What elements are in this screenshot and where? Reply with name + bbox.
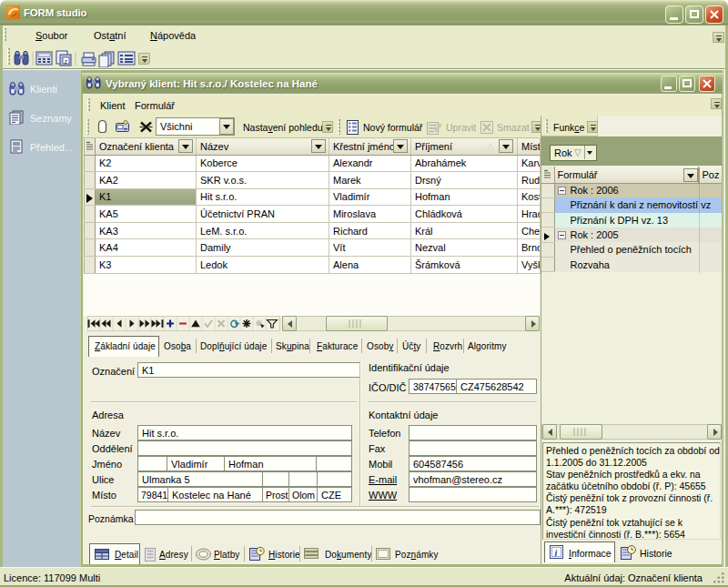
svg-text:i: i <box>555 548 558 558</box>
svg-text:z: z <box>65 58 68 65</box>
